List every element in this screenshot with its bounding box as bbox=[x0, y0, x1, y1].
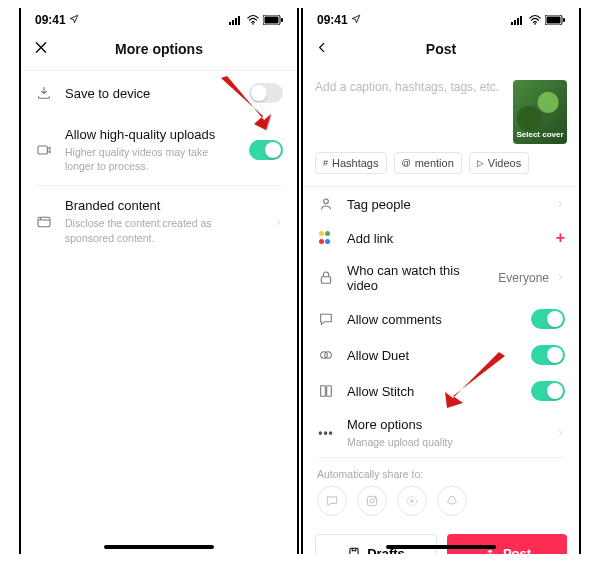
hashtags-button[interactable]: #Hashtags bbox=[315, 152, 387, 174]
share-message-icon[interactable] bbox=[317, 486, 347, 516]
row-label: Allow Stitch bbox=[347, 384, 519, 399]
home-indicator bbox=[386, 545, 496, 549]
tag-row: #Hashtags @mention ▷Videos bbox=[303, 150, 579, 187]
home-indicator bbox=[104, 545, 214, 549]
svg-point-21 bbox=[325, 352, 332, 359]
svg-rect-11 bbox=[514, 20, 516, 25]
battery-icon bbox=[545, 15, 565, 25]
chevron-right-icon bbox=[273, 217, 283, 227]
back-icon[interactable] bbox=[315, 41, 329, 58]
row-more-options[interactable]: ••• More options Manage upload quality bbox=[303, 409, 579, 457]
select-cover-button[interactable]: Select cover bbox=[513, 80, 567, 144]
page-title: More options bbox=[115, 41, 203, 57]
svg-rect-1 bbox=[232, 20, 234, 25]
toggle-save[interactable] bbox=[249, 83, 283, 103]
status-bar: 09:41 bbox=[303, 8, 579, 32]
battery-icon bbox=[263, 15, 283, 25]
stitch-icon bbox=[317, 382, 335, 400]
duet-icon bbox=[317, 346, 335, 364]
toggle-duet[interactable] bbox=[531, 345, 565, 365]
svg-point-14 bbox=[534, 23, 536, 25]
download-icon bbox=[35, 84, 53, 102]
row-label: Allow high-quality uploads bbox=[65, 127, 237, 142]
mention-button[interactable]: @mention bbox=[394, 152, 462, 174]
signal-icon bbox=[511, 15, 525, 25]
close-icon[interactable] bbox=[33, 40, 49, 59]
row-label: Tag people bbox=[347, 197, 543, 212]
svg-rect-0 bbox=[229, 22, 231, 25]
row-branded-content[interactable]: Branded content Disclose the content cre… bbox=[21, 186, 297, 256]
row-label: Who can watch this video bbox=[347, 263, 486, 293]
person-icon bbox=[317, 195, 335, 213]
button-label: Post bbox=[503, 546, 531, 554]
tag-label: mention bbox=[415, 157, 454, 169]
share-label: Automatically share to: bbox=[303, 458, 579, 486]
share-stories-icon[interactable] bbox=[397, 486, 427, 516]
cover-label: Select cover bbox=[516, 130, 563, 139]
page-title: Post bbox=[426, 41, 456, 57]
svg-rect-10 bbox=[511, 22, 513, 25]
tag-label: Hashtags bbox=[332, 157, 378, 169]
caption-input[interactable]: Add a caption, hashtags, tags, etc. bbox=[315, 80, 503, 144]
tag-label: Videos bbox=[488, 157, 521, 169]
status-time: 09:41 bbox=[35, 13, 66, 27]
svg-rect-16 bbox=[547, 17, 561, 24]
status-bar: 09:41 bbox=[21, 8, 297, 32]
row-allow-stitch[interactable]: Allow Stitch bbox=[303, 373, 579, 409]
row-sublabel: Disclose the content created as sponsore… bbox=[65, 216, 261, 244]
videos-button[interactable]: ▷Videos bbox=[469, 152, 529, 174]
row-add-link[interactable]: Add link + bbox=[303, 221, 579, 255]
svg-point-25 bbox=[370, 499, 374, 503]
more-icon: ••• bbox=[317, 424, 335, 442]
svg-rect-13 bbox=[520, 16, 522, 25]
phone-more-options: 09:41 More options Save to device Allow … bbox=[19, 8, 299, 554]
chevron-right-icon bbox=[555, 199, 565, 209]
share-instagram-icon[interactable] bbox=[357, 486, 387, 516]
wifi-icon bbox=[246, 15, 260, 25]
share-snapchat-icon[interactable] bbox=[437, 486, 467, 516]
row-who-can-watch[interactable]: Who can watch this video Everyone bbox=[303, 255, 579, 301]
phone-post: 09:41 Post Add a caption, hashtags, tags… bbox=[301, 8, 581, 554]
signal-icon bbox=[229, 15, 243, 25]
plus-icon[interactable]: + bbox=[556, 229, 565, 247]
svg-rect-22 bbox=[321, 386, 326, 397]
row-label: Branded content bbox=[65, 198, 261, 213]
status-time: 09:41 bbox=[317, 13, 348, 27]
row-tag-people[interactable]: Tag people bbox=[303, 187, 579, 221]
svg-rect-8 bbox=[38, 146, 47, 154]
toggle-stitch[interactable] bbox=[531, 381, 565, 401]
chevron-right-icon bbox=[555, 428, 565, 438]
row-sublabel: Manage upload quality bbox=[347, 435, 543, 449]
location-icon bbox=[351, 13, 361, 27]
share-icons bbox=[303, 486, 579, 528]
row-hq-uploads[interactable]: Allow high-quality uploads Higher qualit… bbox=[21, 115, 297, 185]
row-label: Save to device bbox=[65, 86, 237, 101]
svg-rect-6 bbox=[265, 17, 279, 24]
row-value: Everyone bbox=[498, 271, 549, 285]
footer-buttons: Drafts Post bbox=[303, 528, 579, 554]
row-save-to-device[interactable]: Save to device bbox=[21, 71, 297, 115]
row-allow-duet[interactable]: Allow Duet bbox=[303, 337, 579, 373]
upload-quality-icon bbox=[35, 141, 53, 159]
header: Post bbox=[303, 32, 579, 66]
svg-rect-19 bbox=[321, 277, 330, 284]
lock-icon bbox=[317, 269, 335, 287]
chevron-right-icon bbox=[555, 271, 565, 285]
svg-point-4 bbox=[252, 23, 254, 25]
toggle-hq[interactable] bbox=[249, 140, 283, 160]
row-label: More options bbox=[347, 417, 543, 432]
row-label: Allow Duet bbox=[347, 348, 519, 363]
colordots-icon bbox=[317, 229, 335, 247]
location-icon bbox=[69, 13, 79, 27]
svg-rect-23 bbox=[327, 386, 332, 397]
svg-rect-3 bbox=[238, 16, 240, 25]
svg-point-26 bbox=[374, 498, 375, 499]
wifi-icon bbox=[528, 15, 542, 25]
row-allow-comments[interactable]: Allow comments bbox=[303, 301, 579, 337]
svg-rect-12 bbox=[517, 18, 519, 25]
row-sublabel: Higher quality videos may take longer to… bbox=[65, 145, 237, 173]
branded-content-icon bbox=[35, 213, 53, 231]
toggle-comments[interactable] bbox=[531, 309, 565, 329]
comment-icon bbox=[317, 310, 335, 328]
svg-rect-7 bbox=[281, 18, 283, 22]
